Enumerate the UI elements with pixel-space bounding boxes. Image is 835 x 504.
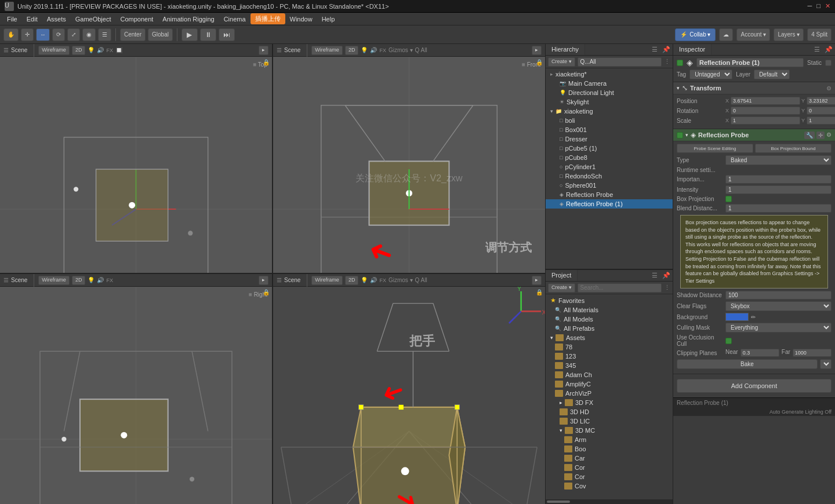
layout-dropdown[interactable]: 4 Split — [807, 28, 832, 41]
project-create-btn[interactable]: Create ▾ — [548, 283, 575, 293]
static-checkbox[interactable] — [825, 60, 832, 66]
menu-cinema[interactable]: Cinema — [219, 14, 251, 24]
transform-header[interactable]: ▾ ⤡ Transform ⚙ — [673, 82, 835, 94]
project-3dhd[interactable]: 3D HD — [546, 407, 673, 417]
menu-upload[interactable]: 插播上传 — [251, 13, 285, 24]
hierarchy-item-probe2[interactable]: ◈ Reflection Probe (1) — [546, 199, 673, 209]
collab-button[interactable]: ⚡ Collab ▾ — [675, 28, 716, 41]
2d-right[interactable]: 2D — [72, 276, 86, 285]
obj-name-input[interactable] — [696, 58, 804, 67]
probe-edit-icon[interactable]: 🔧 — [804, 132, 815, 139]
hierarchy-item-dlight[interactable]: 💡 Directional Light — [546, 88, 673, 97]
menu-gameobject[interactable]: GameObject — [71, 14, 116, 24]
hierarchy-search[interactable] — [578, 57, 662, 67]
hierarchy-item-boli[interactable]: □ boli — [546, 116, 673, 125]
tool-transform[interactable]: ◉ — [82, 28, 96, 41]
panel-close-front[interactable]: ▸ — [532, 46, 542, 55]
panel-close-right[interactable]: ▸ — [259, 276, 268, 285]
hierarchy-item-xiaoketing[interactable]: ▾ 📁 xiaoketing — [546, 107, 673, 116]
far-input[interactable] — [793, 349, 832, 357]
scene-view-right[interactable]: ≡ Right 🔒 — [0, 287, 272, 504]
hierarchy-item-skylight[interactable]: ☀ Skylight — [546, 97, 673, 107]
hierarchy-scene-root[interactable]: ▸ xiaoketing* — [546, 70, 673, 79]
menu-help[interactable]: Help — [317, 14, 340, 24]
inspector-pin[interactable]: 📌 — [822, 46, 835, 53]
close-btn[interactable]: ✕ — [825, 2, 830, 10]
project-amplify[interactable]: AmplifyC — [546, 379, 673, 389]
menu-assets[interactable]: Assets — [42, 14, 71, 24]
pos-x-input[interactable] — [731, 97, 800, 105]
project-archviz[interactable]: ArchVizP — [546, 389, 673, 398]
tool-custom[interactable]: ☰ — [98, 28, 111, 41]
hierarchy-item-camera[interactable]: 📷 Main Camera — [546, 79, 673, 88]
hierarchy-item-pcylinder1[interactable]: ○ pCylinder1 — [546, 162, 673, 171]
center-toggle[interactable]: Center — [120, 28, 146, 41]
cloud-button[interactable]: ☁ — [719, 28, 733, 41]
add-component-button[interactable]: Add Component — [677, 379, 832, 393]
wireframe-toggle-front[interactable]: Wireframe — [311, 46, 343, 55]
rot-y-input[interactable] — [807, 107, 835, 115]
wireframe-right[interactable]: Wireframe — [38, 276, 70, 285]
scene-view-persp[interactable]: X Y 把手 调节范围 ➜ ➜ ◁ Persp 🔒 — [273, 287, 545, 504]
probe-scene-editing-btn[interactable]: Probe Scene Editing — [677, 144, 753, 153]
project-cov[interactable]: Cov — [546, 481, 673, 491]
play-button[interactable]: ▶ — [181, 28, 198, 41]
step-button[interactable]: ⏭ — [219, 28, 235, 41]
tool-hand[interactable]: ✋ — [3, 28, 19, 41]
tool-rect[interactable]: ⤢ — [67, 28, 80, 41]
transform-menu[interactable]: ⚙ — [826, 85, 832, 92]
project-options[interactable]: ⋮ — [664, 284, 670, 291]
tab-hierarchy[interactable]: Hierarchy — [546, 44, 585, 55]
scene-view-front[interactable]: 关注微信公众号：V2_zxw 调节方式 ≡ Front 🔒 ➜ — [273, 57, 545, 273]
probe-settings-icon[interactable]: ✛ — [816, 132, 825, 139]
project-cor1[interactable]: Cor — [546, 463, 673, 472]
probe-intensity-input[interactable] — [725, 185, 832, 194]
project-all-prefabs[interactable]: 🔍 All Prefabs — [546, 324, 673, 333]
near-input[interactable] — [740, 349, 779, 357]
hierarchy-options[interactable]: ⋮ — [664, 58, 670, 65]
pause-button[interactable]: ⏸ — [200, 28, 216, 41]
scl-x-input[interactable] — [731, 116, 800, 125]
project-car[interactable]: Car — [546, 454, 673, 463]
scl-y-input[interactable] — [807, 116, 835, 125]
hierarchy-create-btn[interactable]: Create ▾ — [548, 57, 575, 67]
probe-menu-icon[interactable]: ⚙ — [826, 132, 832, 139]
scene-view-top[interactable]: ≡ Top 🔒 — [0, 57, 272, 273]
hierarchy-item-pcube5[interactable]: □ pCube5 (1) — [546, 144, 673, 153]
menu-edit[interactable]: Edit — [22, 14, 42, 24]
hierarchy-item-box001[interactable]: □ Box001 — [546, 125, 673, 134]
layers-dropdown[interactable]: Layers ▾ — [774, 28, 804, 41]
menu-animation-rigging[interactable]: Animation Rigging — [158, 14, 219, 24]
bake-dropdown[interactable]: ▾ — [820, 359, 832, 369]
project-arm[interactable]: Arm — [546, 435, 673, 444]
tag-dropdown[interactable]: Untagged — [689, 70, 732, 79]
hierarchy-item-probe1[interactable]: ◈ Reflection Probe — [546, 190, 673, 199]
probe-importance-input[interactable] — [725, 175, 832, 184]
hierarchy-item-pcube8[interactable]: □ pCube8 — [546, 153, 673, 162]
tab-inspector[interactable]: Inspector — [673, 44, 711, 55]
menu-component[interactable]: Component — [115, 14, 158, 24]
bake-button[interactable]: Bake — [677, 359, 818, 369]
shadow-dist-input[interactable] — [725, 291, 832, 300]
project-3dmc[interactable]: ▾ 3D MC — [546, 426, 673, 435]
account-dropdown[interactable]: Account ▾ — [736, 28, 770, 41]
menu-file[interactable]: File — [2, 14, 22, 24]
project-all-models[interactable]: 🔍 All Models — [546, 315, 673, 324]
inspector-menu-icon[interactable]: ☰ — [812, 46, 822, 53]
project-favorites[interactable]: ★ Favorites — [546, 295, 673, 305]
project-123[interactable]: 123 — [546, 352, 673, 361]
panel-close-top[interactable]: ▸ — [259, 46, 268, 55]
project-3dlic[interactable]: 3D LIC — [546, 417, 673, 426]
probe-blend-input[interactable] — [725, 204, 832, 213]
rot-x-input[interactable] — [731, 107, 800, 115]
background-eyedropper[interactable]: ✏ — [751, 314, 756, 320]
project-scrollbar-thumb[interactable] — [547, 501, 570, 503]
2d-toggle-front[interactable]: 2D — [345, 46, 359, 55]
hierarchy-item-dresser[interactable]: □ Dresser — [546, 134, 673, 144]
occlusion-checkbox[interactable] — [725, 338, 732, 344]
project-345[interactable]: 345 — [546, 361, 673, 370]
project-boo[interactable]: Boo — [546, 444, 673, 454]
minimize-btn[interactable]: ─ — [808, 2, 812, 10]
tool-rotate[interactable]: ↔ — [36, 28, 50, 41]
project-assets-root[interactable]: ▾ Assets — [546, 333, 673, 342]
